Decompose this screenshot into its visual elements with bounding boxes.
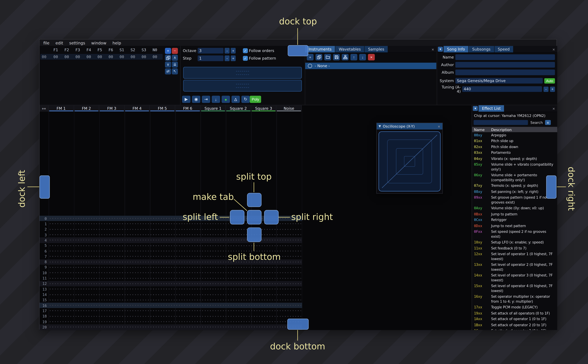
order-duplicate-to-end-button[interactable]: ⇊ — [172, 61, 178, 68]
pattern-row[interactable]: 20 — [40, 325, 302, 330]
effect-row[interactable]: 03xx Portamento — [472, 150, 557, 156]
effect-row[interactable]: 1Axx Set attack of operator 1 (0 to 1F) — [472, 316, 557, 322]
effect-row[interactable]: 19xx Set attack of all operators (0 to 1… — [472, 310, 557, 316]
dock-target-split-bottom[interactable] — [247, 228, 261, 242]
instrument-delete-button[interactable]: × — [368, 54, 375, 60]
collapse-button[interactable]: ▼ — [473, 106, 478, 111]
tab[interactable]: Speed — [494, 46, 513, 52]
instrument-save-button[interactable] — [333, 54, 340, 60]
empty-row-cells[interactable] — [50, 305, 301, 306]
order-cell[interactable]: 00 — [138, 55, 149, 59]
metronome-button[interactable]: ∆ — [231, 96, 240, 103]
pattern-row[interactable]: 15 — [40, 297, 302, 303]
dock-target-split-left[interactable] — [230, 210, 244, 224]
empty-row-cells[interactable] — [50, 240, 301, 240]
pattern-row[interactable]: 2 — [40, 227, 302, 232]
channel-header[interactable]: Square 2 — [226, 105, 251, 112]
effect-search-input[interactable] — [474, 120, 528, 125]
pattern-row[interactable]: 11 — [40, 275, 302, 281]
pattern-row[interactable]: 5 — [40, 243, 302, 248]
empty-row-cells[interactable] — [50, 278, 301, 279]
tab[interactable]: Song Info — [443, 46, 469, 52]
empty-row-cells[interactable] — [50, 283, 301, 284]
repeat-button[interactable]: ↻ — [241, 96, 250, 103]
pattern-row[interactable]: 21 — [40, 330, 302, 330]
order-cell[interactable]: 00 — [94, 55, 105, 59]
channel-header[interactable]: Square 3 — [251, 105, 277, 112]
dock-target-bottom[interactable] — [287, 319, 309, 330]
effect-row[interactable]: 0Cxx Retrigger — [472, 217, 557, 223]
instrument-list-item[interactable]: - None - — [305, 63, 436, 69]
system-input[interactable] — [455, 78, 543, 84]
effect-row[interactable]: 05xy Volume slide + vibrato (compatibili… — [472, 162, 557, 172]
effect-row[interactable]: 12xx Set level of operator 1 (0 highest,… — [472, 251, 557, 262]
order-duplicate-button[interactable] — [165, 55, 171, 61]
tuning-input[interactable] — [462, 86, 542, 92]
effect-row[interactable]: 0Bxx Jump to pattern — [472, 211, 557, 217]
channel-header[interactable]: Square 1 — [200, 105, 226, 112]
follow-orders-checkbox[interactable]: ✓ — [243, 48, 248, 53]
effect-row[interactable]: 15xx Set level of operator 4 (0 highest,… — [472, 283, 557, 294]
collapse-icon[interactable]: ▼ — [379, 124, 381, 128]
pattern-row[interactable]: 9 — [40, 265, 302, 270]
channel-header[interactable]: FM 3 — [99, 105, 125, 112]
order-cell[interactable]: 00 — [116, 55, 127, 59]
octave-decrease-button[interactable]: - — [225, 48, 230, 54]
tab-effect-list[interactable]: Effect List — [479, 105, 504, 112]
menu-item[interactable]: edit — [53, 39, 66, 46]
empty-row-cells[interactable] — [50, 229, 301, 230]
song-info-close-button[interactable]: × — [550, 46, 557, 52]
dock-target-right[interactable] — [546, 176, 556, 199]
empty-row-cells[interactable] — [50, 273, 301, 273]
instrument-move-down-button[interactable]: ↓ — [359, 54, 366, 60]
order-move-up-button[interactable]: ∧ — [172, 55, 178, 61]
effect-row[interactable]: 13xx Set level of operator 2 (0 highest,… — [472, 262, 557, 273]
dock-target-top[interactable] — [288, 45, 308, 56]
record-button[interactable]: ● — [222, 96, 230, 103]
effect-row[interactable]: 02xx Pitch slide down — [472, 144, 557, 150]
effect-row[interactable]: 08xy Set panning (x: left; y: right) — [472, 189, 557, 195]
empty-row-cells[interactable] — [50, 223, 301, 224]
poly-toggle-button[interactable]: Poly — [250, 96, 261, 103]
order-remove-button[interactable]: − — [172, 48, 178, 54]
empty-row-cells[interactable] — [50, 289, 301, 290]
album-input[interactable] — [455, 69, 555, 75]
effect-row[interactable]: 11xx Set feedback (0 to 7) — [472, 245, 557, 251]
step-increase-button[interactable]: + — [231, 55, 236, 61]
instrument-duplic­ate-button[interactable] — [315, 54, 322, 60]
empty-row-cells[interactable] — [50, 321, 301, 322]
tuning-increase-button[interactable]: + — [550, 86, 555, 92]
instrument-open-button[interactable] — [324, 54, 331, 60]
note-preview-upper[interactable] — [183, 67, 302, 78]
effect-row[interactable]: 06xy Volume slide + portamento (compatib… — [472, 172, 557, 183]
oscilloscope-close-button[interactable]: × — [436, 124, 443, 129]
instrument-organize-button[interactable] — [342, 54, 349, 60]
menu-item[interactable]: help — [109, 39, 124, 46]
pattern-row[interactable]: 12 — [40, 281, 302, 286]
dock-target-split-top[interactable] — [247, 193, 261, 207]
system-auto-button[interactable]: Auto — [544, 78, 555, 84]
order-cell[interactable]: 00 — [127, 55, 138, 59]
effect-row[interactable]: 1Bxx Set attack of operator 2 (0 to 1F) — [472, 322, 557, 328]
empty-row-cells[interactable] — [50, 251, 301, 251]
step-down-button[interactable]: ↓ — [212, 96, 220, 103]
tab[interactable]: Subsongs — [469, 46, 494, 52]
order-edit-mode-button[interactable]: ↖ — [172, 68, 178, 74]
order-add-button[interactable]: + — [165, 48, 171, 54]
channel-header[interactable]: Noise — [277, 105, 302, 112]
effect-row[interactable]: 16xy Set operator multiplier (x: operato… — [472, 294, 557, 304]
effect-row[interactable]: 01xx Pitch slide up — [472, 138, 557, 144]
pattern-row[interactable]: 17 — [40, 308, 302, 314]
octave-input[interactable] — [198, 48, 224, 54]
effect-list-close-button[interactable]: × — [550, 105, 557, 112]
channel-header[interactable]: FM 6 — [175, 105, 200, 112]
effect-row[interactable]: 17xx Toggle PCM mode (LEGACY) — [472, 304, 557, 310]
effect-row[interactable]: 07xy Tremolo (x: speed; y: depth) — [472, 183, 557, 189]
pattern-expand-button[interactable]: ++ — [40, 105, 49, 112]
pattern-row[interactable]: 10 — [40, 270, 302, 275]
play-row-button[interactable]: ⇥ — [202, 96, 210, 103]
empty-row-cells[interactable] — [50, 316, 301, 317]
instrument-move-up-button[interactable]: ↑ — [350, 54, 357, 60]
order-cell[interactable]: 00 — [61, 55, 72, 59]
effect-row[interactable]: 0Fxx Set speed (speed 2 if no grooves ex… — [472, 229, 557, 240]
